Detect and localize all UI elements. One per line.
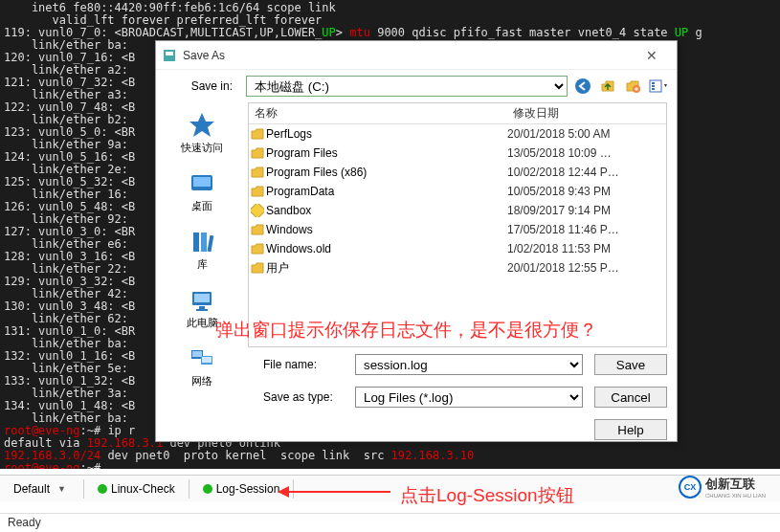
sidebar-libraries[interactable]: 库 [156,223,248,281]
save-button[interactable]: Save [594,354,667,375]
file-date: 20/01/2018 5:00 AM [507,127,651,141]
filename-input[interactable]: session.log [355,354,583,375]
view-menu-icon[interactable] [648,77,667,96]
folder-icon [249,204,266,217]
file-date: 20/01/2018 12:55 P… [507,261,651,275]
list-item[interactable]: PerfLogs20/01/2018 5:00 AM [249,124,666,144]
folder-icon [249,166,266,179]
dialog-title: Save As [183,49,633,62]
list-item[interactable]: 用户20/01/2018 12:55 P… [249,258,666,277]
list-item[interactable]: Sandbox18/09/2017 9:14 PM [249,201,666,220]
folder-icon [249,127,266,141]
cancel-button[interactable]: Cancel [594,387,667,408]
column-date[interactable]: 修改日期 [507,105,651,122]
save-in-label: Save in: [166,79,233,93]
file-name: 用户 [266,260,507,277]
tab-default[interactable]: Default▼ [6,480,78,498]
filename-label: File name: [263,358,349,371]
annotation-arrow [276,482,394,501]
svg-rect-7 [652,88,655,90]
file-name: Windows [266,223,507,236]
dialog-titlebar: Save As ✕ [156,41,677,70]
file-list-header[interactable]: 名称 修改日期 [249,103,666,124]
file-list[interactable]: 名称 修改日期 PerfLogs20/01/2018 5:00 AMProgra… [248,102,667,347]
status-dot-icon [98,484,107,494]
close-button[interactable]: ✕ [633,42,671,69]
list-item[interactable]: Program Files (x86)10/02/2018 12:44 P… [249,163,666,182]
sidebar-quick-access[interactable]: 快速访问 [156,106,248,165]
folder-icon [249,242,266,255]
svg-rect-16 [196,309,208,311]
tab-linux-check[interactable]: Linux-Check [90,480,183,498]
svg-rect-11 [201,233,207,252]
file-date: 1/02/2018 11:53 PM [507,242,651,255]
file-date: 18/09/2017 9:14 PM [507,204,651,217]
svg-rect-20 [202,357,212,363]
annotation-text-2: 点击Log-Session按钮 [400,483,574,508]
list-item[interactable]: Windows.old1/02/2018 11:53 PM [249,239,666,258]
back-icon[interactable] [573,77,592,96]
svg-rect-15 [199,306,205,309]
list-item[interactable]: ProgramData10/05/2018 9:43 PM [249,182,666,201]
svg-rect-14 [194,294,210,302]
folder-icon [249,146,266,160]
file-name: Program Files [266,146,507,160]
svg-point-2 [575,78,591,94]
svg-rect-5 [652,82,655,84]
help-button[interactable]: Help [594,419,667,440]
svg-rect-4 [650,80,661,92]
saveastype-label: Save as type: [263,390,349,404]
up-level-icon[interactable] [598,77,617,96]
file-name: Sandbox [266,204,507,217]
chevron-down-icon[interactable]: ▼ [54,484,70,494]
column-name[interactable]: 名称 [249,105,507,122]
status-dot-icon [203,484,212,494]
file-name: Program Files (x86) [266,166,507,179]
file-date: 10/05/2018 9:43 PM [507,185,651,198]
folder-icon [249,223,266,236]
folder-icon [249,261,266,275]
svg-rect-19 [192,351,202,357]
places-sidebar: 快速访问 桌面 库 此电脑 网络 [156,102,248,347]
saveastype-dropdown[interactable]: Log Files (*.log) [355,387,583,408]
svg-rect-12 [207,235,213,252]
file-name: Windows.old [266,242,507,255]
save-in-row: Save in: 本地磁盘 (C:) [156,70,677,102]
sidebar-network[interactable]: 网络 [156,340,248,398]
save-as-dialog: Save As ✕ Save in: 本地磁盘 (C:) 快速访问 桌面 库 [155,40,678,442]
svg-rect-9 [193,177,211,187]
sidebar-desktop[interactable]: 桌面 [156,165,248,223]
svg-rect-10 [193,233,199,252]
tab-log-session[interactable]: Log-Session [195,480,288,498]
file-date: 17/05/2018 11:46 P… [507,223,651,236]
svg-rect-6 [652,85,655,87]
status-bar: Ready [0,513,780,532]
folder-icon [249,185,266,198]
file-date: 10/02/2018 12:44 P… [507,166,651,179]
list-item[interactable]: Program Files13/05/2018 10:09 … [249,144,666,163]
file-name: ProgramData [266,185,507,198]
save-in-dropdown[interactable]: 本地磁盘 (C:) [246,76,568,97]
list-item[interactable]: Windows17/05/2018 11:46 P… [249,220,666,239]
app-icon [162,48,177,63]
svg-rect-21 [251,204,264,217]
svg-rect-1 [166,52,173,55]
annotation-text-1: 弹出窗口提示你保存日志文件，是不是很方便？ [215,318,597,343]
new-folder-icon[interactable] [623,77,642,96]
file-name: PerfLogs [266,127,507,141]
file-date: 13/05/2018 10:09 … [507,146,651,160]
watermark: CX 创新互联CHUANG XIN HU LIAN [679,473,774,501]
